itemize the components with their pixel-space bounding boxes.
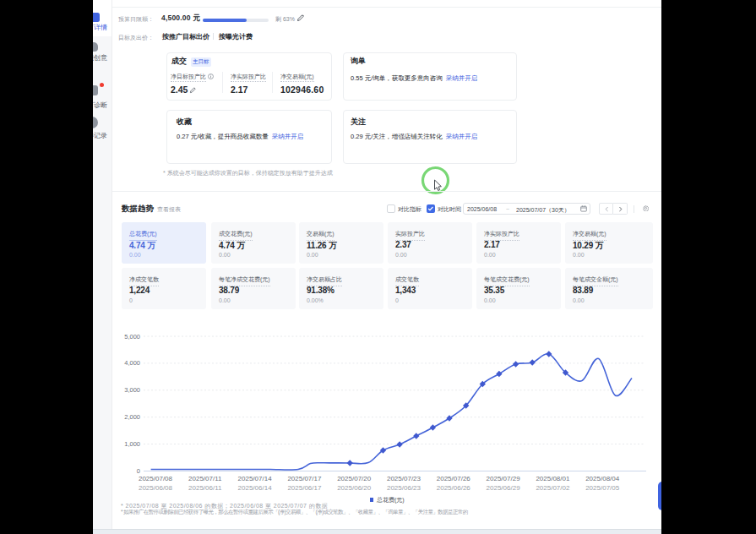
svg-text:5,000: 5,000 bbox=[124, 333, 140, 341]
svg-text:2025/07/08: 2025/07/08 bbox=[139, 475, 173, 482]
svg-text:2025/07/20: 2025/07/20 bbox=[337, 475, 372, 482]
svg-text:2025/07/26: 2025/07/26 bbox=[437, 475, 471, 482]
svg-text:2025/07/05: 2025/07/05 bbox=[585, 484, 620, 492]
svg-text:2025/06/20: 2025/06/20 bbox=[337, 484, 372, 492]
svg-text:2025/07/14: 2025/07/14 bbox=[238, 475, 273, 482]
svg-text:2025/07/11: 2025/07/11 bbox=[188, 475, 222, 482]
svg-text:2025/06/26: 2025/06/26 bbox=[437, 484, 471, 492]
svg-text:2025/08/04: 2025/08/04 bbox=[585, 475, 620, 482]
svg-text:2,000: 2,000 bbox=[124, 413, 140, 421]
svg-text:2025/06/17: 2025/06/17 bbox=[287, 484, 322, 492]
svg-text:2025/07/17: 2025/07/17 bbox=[287, 475, 322, 482]
svg-text:1,000: 1,000 bbox=[124, 440, 140, 448]
svg-text:4,000: 4,000 bbox=[124, 359, 140, 367]
svg-text:2025/06/11: 2025/06/11 bbox=[188, 484, 222, 492]
svg-text:2025/06/23: 2025/06/23 bbox=[387, 484, 422, 492]
svg-text:3,000: 3,000 bbox=[124, 386, 140, 394]
svg-text:2025/07/02: 2025/07/02 bbox=[536, 484, 570, 492]
svg-text:2025/06/29: 2025/06/29 bbox=[487, 484, 521, 492]
svg-text:2025/06/14: 2025/06/14 bbox=[238, 484, 273, 492]
svg-text:2025/06/08: 2025/06/08 bbox=[139, 484, 173, 492]
svg-text:2025/07/23: 2025/07/23 bbox=[387, 475, 422, 482]
svg-text:2025/08/01: 2025/08/01 bbox=[536, 475, 570, 482]
svg-text:0: 0 bbox=[137, 467, 140, 475]
svg-text:2025/07/29: 2025/07/29 bbox=[487, 475, 521, 482]
